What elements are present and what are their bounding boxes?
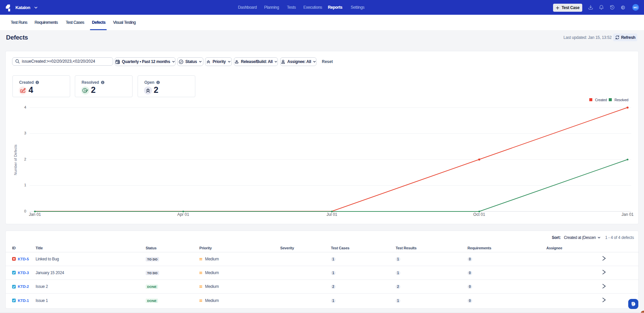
svg-text:3: 3 (24, 131, 26, 135)
svg-text:Jul 01: Jul 01 (327, 212, 337, 217)
svg-text:?: ? (632, 302, 634, 305)
svg-text:2: 2 (24, 157, 26, 161)
svg-text:Jan 01: Jan 01 (622, 212, 634, 217)
svg-text:4: 4 (24, 105, 26, 109)
svg-text:Oct 01: Oct 01 (473, 212, 485, 217)
svg-text:0: 0 (24, 209, 26, 213)
svg-text:Jan 01: Jan 01 (29, 212, 41, 217)
svg-text:Apr 01: Apr 01 (177, 212, 189, 217)
svg-text:1: 1 (24, 183, 26, 187)
